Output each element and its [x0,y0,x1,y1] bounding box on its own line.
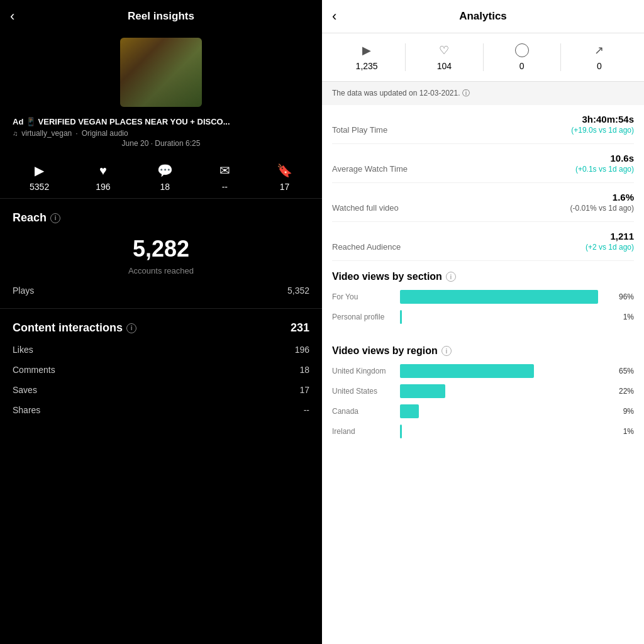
section-info-icon[interactable]: i [446,272,456,282]
audio-label: Original audio [82,129,128,138]
comments-metric-val: 0 [519,61,525,71]
plays-row: Plays 5,352 [13,286,309,296]
reached-audience-value-block: 1,211 (+2 vs 1d ago) [586,231,634,252]
analytics-body: Total Play Time 3h:40m:54s (+19.0s vs 1d… [322,105,644,450]
plays-metric-icon: ▶ [362,43,371,57]
bar-row-for-you: For You 96% [332,290,634,304]
right-header: ‹ Analytics [322,0,644,33]
views-by-section-heading: Video views by section i [332,261,634,290]
canada-bar-track [400,404,606,418]
reach-info-icon[interactable]: i [50,213,60,223]
watched-full-value-block: 1.6% (-0.01% vs 1d ago) [570,192,634,213]
interactions-info-icon[interactable]: i [126,323,136,333]
comments-metric-icon [515,43,529,57]
ad-title: Ad 📱 VERIFIED VEGAN PLACES NEAR YOU + DI… [13,117,309,126]
plays-value: 5352 [30,182,49,192]
bar-row-us: United States 22% [332,384,634,398]
stat-likes: ♥ 196 [96,164,110,192]
share-icon: ✉ [219,163,230,178]
music-icon: ♫ [13,130,18,137]
bar-row-canada: Canada 9% [332,404,634,418]
watched-full-value: 1.6% [570,192,634,203]
shares-row: Shares -- [13,405,309,415]
comments-count: 18 [299,365,309,375]
bar-row-uk: United Kingdom 65% [332,364,634,378]
reached-audience-change: (+2 vs 1d ago) [586,243,634,252]
region-info-icon[interactable]: i [441,346,452,356]
likes-metric-icon: ♡ [439,43,449,57]
metrics-row: ▶ 1,235 ♡ 104 0 ↗ 0 [322,33,644,82]
ireland-bar-fill [400,425,402,438]
likes-value: 196 [96,182,110,192]
accounts-reached-number: 5,282 [13,236,309,262]
update-banner: The data was updated on 12-03-2021. ⓘ [322,82,644,105]
saves-label: Saves [13,385,37,395]
for-you-bar-track [400,290,606,304]
reached-audience-value: 1,211 [586,231,634,242]
bookmark-icon: 🔖 [277,163,292,178]
personal-profile-pct: 1% [611,313,634,321]
reach-heading: Reach i [13,211,309,225]
heart-icon: ♥ [99,164,107,178]
back-button-left[interactable]: ‹ [10,8,14,25]
bar-row-personal-profile: Personal profile 1% [332,310,634,324]
left-title: Reel insights [13,10,309,23]
stat-shares: ✉ -- [219,163,230,192]
total-play-time-row: Total Play Time 3h:40m:54s (+19.0s vs 1d… [332,105,634,144]
likes-label: Likes [13,345,33,355]
ad-meta: ♫ virtually_vegan · Original audio [13,129,309,138]
interactions-section: Content interactions i 231 Likes 196 Com… [0,309,322,438]
metric-plays: ▶ 1,235 [328,43,405,71]
avg-watch-time-row: Average Watch Time 10.6s (+0.1s vs 1d ag… [332,144,634,183]
right-title: Analytics [335,10,631,23]
ireland-label: Ireland [332,427,395,436]
stat-saves: 🔖 17 [277,163,292,192]
bar-row-ireland: Ireland 1% [332,425,634,438]
personal-profile-bar-fill [400,310,402,324]
us-bar-fill [400,384,445,398]
uk-bar-track [400,364,606,378]
comments-label: Comments [13,365,55,375]
views-by-region-chart: United Kingdom 65% United States 22% Can… [332,364,634,450]
metric-shares: ↗ 0 [560,43,638,71]
plays-count: 5,352 [287,286,309,296]
metric-likes: ♡ 104 [405,43,482,71]
comment-icon: 💬 [157,163,173,178]
uk-bar-fill [400,364,534,378]
stats-row: ▶ 5352 ♥ 196 💬 18 ✉ -- 🔖 17 [0,150,322,199]
saves-row: Saves 17 [13,385,309,395]
watched-full-label: Watched full video [332,203,399,213]
metric-comments: 0 [483,43,560,71]
stat-plays: ▶ 5352 [30,163,49,192]
likes-metric-val: 104 [437,61,452,71]
shares-metric-icon: ↗ [594,43,604,57]
likes-count: 196 [295,345,309,355]
uk-pct: 65% [611,367,634,375]
canada-bar-fill [400,404,419,418]
personal-profile-bar-track [400,310,606,324]
for-you-bar-fill [400,290,598,304]
interactions-total: 231 [291,321,309,335]
reached-audience-row: Reached Audience 1,211 (+2 vs 1d ago) [332,222,634,261]
canada-pct: 9% [611,407,634,416]
ad-date: June 20 · Duration 6:25 [13,139,309,148]
for-you-pct: 96% [611,292,634,301]
views-by-section-chart: For You 96% Personal profile 1% [332,290,634,335]
plays-label: Plays [13,286,34,296]
reach-section: Reach i 5,282 Accounts reached Plays 5,3… [0,199,322,309]
ireland-pct: 1% [611,427,634,436]
saves-count: 17 [299,385,309,395]
likes-row: Likes 196 [13,345,309,355]
us-label: United States [332,387,395,396]
shares-label: Shares [13,405,40,415]
saves-value: 17 [280,182,290,192]
back-button-right[interactable]: ‹ [332,8,336,25]
for-you-label: For You [332,292,395,301]
avg-watch-time-change: (+0.1s vs 1d ago) [575,165,634,174]
watched-full-row: Watched full video 1.6% (-0.01% vs 1d ag… [332,183,634,222]
shares-count: -- [304,405,309,415]
username: virtually_vegan [21,129,72,138]
total-play-time-change: (+19.0s vs 1d ago) [571,126,634,135]
us-bar-track [400,384,606,398]
avg-watch-time-label: Average Watch Time [332,164,408,174]
